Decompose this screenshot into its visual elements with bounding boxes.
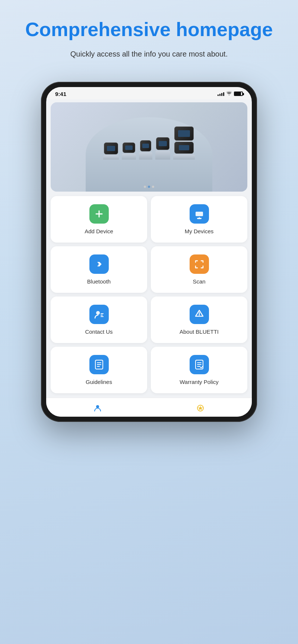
bluetooth-icon	[89, 254, 109, 274]
nav-profile[interactable]	[196, 403, 205, 413]
devices-illustration	[103, 126, 195, 167]
contact-us-button[interactable]: Contact Us	[51, 297, 147, 343]
guidelines-label: Guidelines	[86, 379, 112, 385]
bottom-navigation	[46, 398, 252, 417]
my-devices-label: My Devices	[185, 228, 214, 234]
warranty-icon	[190, 355, 209, 374]
about-bluetti-button[interactable]: About BLUETTI	[151, 297, 247, 343]
battery-icon	[234, 92, 243, 96]
about-label: About BLUETTI	[180, 329, 219, 335]
my-devices-icon	[190, 204, 209, 224]
status-bar: 9:41	[46, 87, 252, 99]
hero-subtitle: Quickly access all the info you care mos…	[56, 48, 242, 60]
dot-3	[152, 186, 154, 188]
wifi-icon	[226, 91, 232, 97]
svg-point-20	[96, 405, 99, 408]
guidelines-icon	[89, 355, 109, 374]
my-devices-button[interactable]: My Devices	[151, 196, 247, 243]
scan-icon	[190, 254, 209, 274]
hero-section: Comprehensive homepage Quickly access al…	[25, 19, 273, 60]
product-banner[interactable]	[51, 102, 247, 192]
status-icons	[218, 91, 243, 97]
svg-marker-22	[198, 406, 203, 410]
dot-2	[148, 186, 150, 188]
banner-pagination	[144, 186, 154, 188]
person-icon	[93, 403, 102, 413]
warranty-button[interactable]: Warranty Policy	[151, 347, 247, 393]
add-device-label: Add Device	[85, 228, 113, 234]
svg-rect-2	[196, 212, 203, 216]
contact-us-label: Contact Us	[85, 329, 112, 335]
nav-home[interactable]	[93, 403, 102, 413]
hero-title: Comprehensive homepage	[25, 19, 273, 41]
svg-point-11	[199, 312, 199, 313]
warranty-label: Warranty Policy	[180, 379, 218, 385]
bluetooth-label: Bluetooth	[87, 278, 111, 285]
contact-icon	[89, 305, 109, 324]
guidelines-button[interactable]: Guidelines	[51, 347, 147, 393]
add-device-button[interactable]: Add Device	[51, 196, 147, 243]
menu-grid: Add Device My Devices	[46, 196, 252, 398]
add-device-icon	[89, 204, 109, 224]
phone-screen: 9:41	[46, 87, 252, 417]
about-icon	[190, 305, 209, 324]
dot-1	[144, 186, 146, 188]
scan-label: Scan	[193, 278, 205, 285]
status-time: 9:41	[55, 91, 66, 97]
phone-frame: 9:41	[41, 82, 257, 422]
scan-button[interactable]: Scan	[151, 246, 247, 293]
signal-icon	[218, 92, 224, 96]
star-icon	[196, 403, 205, 413]
bluetooth-button[interactable]: Bluetooth	[51, 246, 147, 293]
svg-point-5	[96, 311, 100, 315]
